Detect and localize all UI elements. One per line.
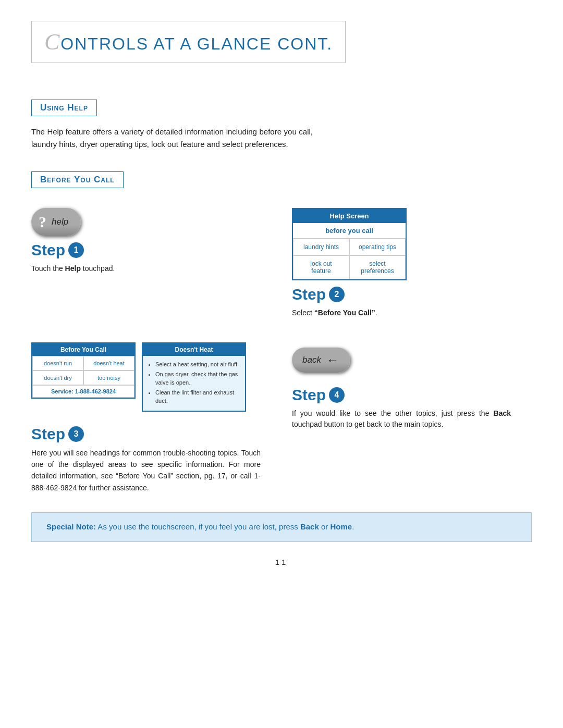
step4-col: back ← Step 4 If you would like to see t… [292, 337, 532, 493]
special-note-back: Back [300, 522, 319, 531]
step2-circle: 2 [329, 287, 345, 302]
dh-body: Select a heat setting, not air fluff. On… [143, 356, 245, 411]
byc-row1: doesn't run doesn't heat [32, 356, 134, 371]
back-button: back ← [292, 348, 350, 373]
special-note-or: or [319, 522, 331, 531]
step1-label: Step 1 [31, 241, 271, 259]
step4-circle: 4 [329, 387, 345, 403]
hs-cell-operating: operating tips [349, 239, 406, 255]
step1-desc: Touch the Help touchpad. [31, 263, 271, 274]
step2-col: Help Screen before you call laundry hint… [292, 198, 532, 318]
page-header: CONTROLS AT A GLANCE CONT. [31, 21, 346, 63]
byc-row2: doesn't dry too noisy [32, 371, 134, 385]
help-question-mark: ? [39, 213, 46, 231]
page-number: 11 [31, 558, 532, 566]
step2-desc: Select “Before You Call”. [292, 307, 532, 318]
help-screen-ui: Help Screen before you call laundry hint… [292, 208, 407, 280]
hs-cell-laundry: laundry hints [293, 239, 349, 255]
help-screen-header: Help Screen [293, 209, 406, 223]
help-screen-row1: laundry hints operating tips [293, 239, 406, 255]
hs-cell-lockout: lock outfeature [293, 255, 349, 279]
byc-too-noisy: too noisy [83, 371, 134, 385]
help-button-wrap: ? help [31, 208, 271, 236]
step3-col: Before You Call doesn't run doesn't heat… [31, 337, 271, 493]
byc-ui-header: Before You Call [32, 343, 134, 356]
decorative-c: C [44, 29, 60, 55]
steps-3-4-row: Before You Call doesn't run doesn't heat… [31, 337, 532, 493]
dh-header: Doesn't Heat [143, 343, 245, 356]
step1-col: ? help Step 1 Touch the Help touchpad. [31, 198, 271, 318]
steps-1-2-row: ? help Step 1 Touch the Help touchpad. H… [31, 198, 532, 318]
byc-doesnt-heat: doesn't heat [83, 356, 134, 371]
special-note-label: Special Note: [46, 522, 96, 531]
step4-desc: If you would like to see the other topic… [292, 408, 511, 430]
special-note-text: As you use the touchscreen, if you feel … [96, 522, 300, 531]
help-screen-before: before you call [293, 223, 406, 239]
step3-label: Step 3 [31, 425, 271, 443]
special-note-period: . [352, 522, 354, 531]
back-arrow-icon: ← [326, 353, 339, 367]
byc-doesnt-dry: doesn't dry [32, 371, 83, 385]
back-button-label: back [302, 355, 321, 365]
step3-desc: Here you will see headings for common tr… [31, 447, 261, 494]
byc-ui-box: Before You Call doesn't run doesn't heat… [31, 342, 136, 399]
byc-service-row: Service: 1-888-462-9824 [32, 385, 134, 398]
help-button-label: help [52, 217, 68, 227]
dh-bullet-1: Select a heat setting, not air fluff. [155, 360, 240, 369]
before-you-call-section: Before You Call ? help Step 1 Touch the … [31, 171, 532, 493]
using-help-body: The Help feature offers a variety of det… [31, 126, 313, 151]
special-note-home: Home [330, 522, 352, 531]
before-you-call-heading: Before You Call [31, 171, 124, 188]
special-note: Special Note: As you use the touchscreen… [31, 512, 532, 542]
dh-bullet-2: On gas dryer, check that the gas valve i… [155, 370, 240, 387]
page-title: CONTROLS AT A GLANCE CONT. [44, 29, 333, 55]
step4-label: Step 4 [292, 386, 532, 404]
hs-cell-select: selectpreferences [349, 255, 406, 279]
using-help-section: Using Help The Help feature offers a var… [31, 100, 532, 151]
byc-service: Service: 1-888-462-9824 [32, 385, 134, 398]
dh-bullet-3: Clean the lint filter and exhaust duct. [155, 388, 240, 405]
dh-ui-box: Doesn't Heat Select a heat setting, not … [142, 342, 246, 412]
byc-doesnt-run: doesn't run [32, 356, 83, 371]
step2-label: Step 2 [292, 286, 532, 303]
step1-circle: 1 [68, 242, 84, 258]
help-button: ? help [31, 208, 81, 236]
help-screen-row2: lock outfeature selectpreferences [293, 255, 406, 279]
step3-circle: 3 [68, 426, 84, 442]
using-help-heading: Using Help [31, 100, 97, 116]
